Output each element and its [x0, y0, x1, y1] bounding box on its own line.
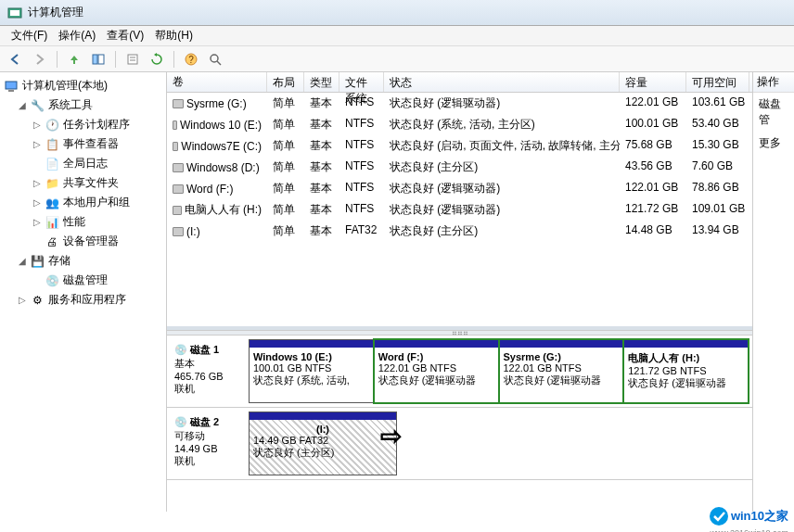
forward-button[interactable]: [30, 49, 50, 70]
svg-text:?: ?: [188, 55, 194, 65]
tree-shared-folders[interactable]: ▷📁共享文件夹: [30, 173, 166, 193]
storage-icon: 💾: [30, 254, 45, 269]
tree-panel: 计算机管理(本地) ◢🔧系统工具 ▷🕐任务计划程序 ▷📋事件查看器 📄全局日志 …: [0, 72, 167, 512]
svg-rect-12: [8, 90, 14, 92]
wrench-icon: 🔧: [30, 98, 45, 113]
svg-rect-4: [128, 55, 137, 64]
help-button[interactable]: ?: [181, 49, 201, 70]
svg-point-9: [211, 55, 218, 62]
tree-storage[interactable]: ◢💾存储: [15, 251, 166, 271]
col-capacity[interactable]: 容量: [620, 72, 686, 92]
tree-global-logs[interactable]: 📄全局日志: [30, 154, 166, 173]
event-icon: 📋: [45, 137, 59, 152]
perf-icon: 📊: [45, 215, 59, 230]
col-free[interactable]: 可用空间: [686, 72, 749, 92]
col-type[interactable]: 类型: [304, 72, 339, 92]
menu-action[interactable]: 操作(A): [53, 26, 101, 45]
svg-line-10: [217, 61, 221, 65]
tree-disk-management[interactable]: 💿磁盘管理: [30, 271, 166, 290]
actions-panel: 操作 磁盘管 更多: [753, 72, 794, 512]
show-hide-tree-button[interactable]: [88, 49, 109, 70]
tree-system-tools[interactable]: ◢🔧系统工具: [15, 95, 166, 115]
computer-icon: [4, 79, 19, 94]
menu-help[interactable]: 帮助(H): [149, 26, 198, 45]
app-icon: [7, 6, 22, 20]
search-button[interactable]: [205, 49, 225, 70]
up-button[interactable]: [64, 49, 84, 70]
svg-rect-2: [93, 55, 97, 64]
log-icon: 📄: [45, 157, 59, 171]
titlebar: 计算机管理: [0, 0, 794, 26]
volume-icon: [173, 120, 177, 130]
action-more[interactable]: 更多: [753, 132, 794, 155]
volume-row[interactable]: Sysrme (G:)简单基本NTFS状态良好 (逻辑驱动器)122.01 GB…: [167, 93, 752, 114]
volume-row[interactable]: Windows8 (D:)简单基本NTFS状态良好 (主分区)43.56 GB7…: [167, 157, 752, 178]
tree-performance[interactable]: ▷📊性能: [30, 212, 166, 232]
svg-rect-1: [10, 10, 19, 16]
disk-icon: 💿: [45, 273, 59, 288]
users-icon: 👥: [45, 196, 59, 210]
clock-icon: 🕐: [45, 118, 59, 133]
volume-row[interactable]: Word (F:)简单基本NTFS状态良好 (逻辑驱动器)122.01 GB78…: [167, 178, 752, 199]
tree-local-users[interactable]: ▷👥本地用户和组: [30, 193, 166, 212]
svg-point-13: [710, 507, 728, 526]
volume-icon: [173, 163, 184, 172]
device-icon: 🖨: [45, 234, 59, 249]
volume-row[interactable]: 电脑人人有 (H:)简单基本NTFS状态良好 (逻辑驱动器)121.72 GB1…: [167, 199, 752, 221]
partition[interactable]: Sysrme (G:)122.01 GB NTFS状态良好 (逻辑驱动器: [499, 339, 624, 403]
properties-button[interactable]: [122, 49, 143, 70]
tree-services[interactable]: ▷⚙服务和应用程序: [15, 290, 166, 310]
disk-graphics: 💿磁盘 1 基本 465.76 GB 联机 Windows 10 (E:)100…: [167, 336, 752, 512]
volume-icon: [173, 227, 184, 236]
svg-rect-3: [98, 55, 104, 64]
volume-icon: [173, 142, 178, 151]
partition[interactable]: Word (F:)122.01 GB NTFS状态良好 (逻辑驱动器: [374, 339, 499, 403]
volume-row[interactable]: Windows7E (C:)简单基本NTFS状态良好 (启动, 页面文件, 活动…: [167, 135, 752, 157]
window-title: 计算机管理: [28, 5, 83, 20]
disk-label-1[interactable]: 💿磁盘 1 基本 465.76 GB 联机: [171, 339, 247, 403]
back-button[interactable]: [6, 49, 26, 70]
folder-icon: 📁: [45, 176, 59, 191]
tree-event-viewer[interactable]: ▷📋事件查看器: [30, 134, 166, 154]
refresh-button[interactable]: [147, 49, 167, 70]
partition[interactable]: (I:)14.49 GB FAT32状态良好 (主分区): [249, 412, 397, 475]
tree-device-manager[interactable]: 🖨设备管理器: [30, 232, 166, 251]
partition[interactable]: Windows 10 (E:)100.01 GB NTFS状态良好 (系统, 活…: [249, 339, 374, 403]
toolbar: ?: [0, 46, 794, 72]
volume-row[interactable]: Windows 10 (E:)简单基本NTFS状态良好 (系统, 活动, 主分区…: [167, 114, 752, 135]
svg-rect-11: [6, 82, 17, 89]
center-panel: 卷 布局 类型 文件系统 状态 容量 可用空间 Sysrme (G:)简单基本N…: [167, 72, 753, 512]
col-fs[interactable]: 文件系统: [339, 72, 384, 92]
action-disk-mgmt[interactable]: 磁盘管: [753, 93, 794, 132]
volume-icon: [173, 206, 182, 215]
tree-root[interactable]: 计算机管理(本地): [0, 76, 166, 95]
volume-list: 卷 布局 类型 文件系统 状态 容量 可用空间 Sysrme (G:)简单基本N…: [167, 72, 752, 330]
actions-header: 操作: [753, 72, 794, 93]
volume-icon: [173, 184, 184, 194]
volume-row[interactable]: (I:)简单基本FAT32状态良好 (主分区)14.48 GB13.94 GB: [167, 221, 752, 242]
disk-icon: 💿: [174, 344, 187, 356]
volume-list-header: 卷 布局 类型 文件系统 状态 容量 可用空间: [167, 72, 752, 93]
volume-icon: [173, 99, 184, 108]
col-layout[interactable]: 布局: [267, 72, 304, 92]
menubar: 文件(F) 操作(A) 查看(V) 帮助(H): [0, 26, 794, 46]
disk-row-2: 💿磁盘 2 可移动 14.49 GB 联机 (I:)14.49 GB FAT32…: [167, 408, 752, 480]
col-volume[interactable]: 卷: [167, 72, 267, 92]
watermark: win10之家 www.2016win10.com: [709, 506, 788, 526]
col-status[interactable]: 状态: [384, 72, 620, 92]
menu-file[interactable]: 文件(F): [6, 26, 53, 45]
services-icon: ⚙: [30, 293, 45, 308]
disk-label-2[interactable]: 💿磁盘 2 可移动 14.49 GB 联机: [171, 412, 247, 475]
disk-row-1: 💿磁盘 1 基本 465.76 GB 联机 Windows 10 (E:)100…: [167, 336, 752, 408]
menu-view[interactable]: 查看(V): [101, 26, 149, 45]
disk-icon: 💿: [174, 416, 187, 428]
main-area: 计算机管理(本地) ◢🔧系统工具 ▷🕐任务计划程序 ▷📋事件查看器 📄全局日志 …: [0, 72, 794, 512]
tree-task-scheduler[interactable]: ▷🕐任务计划程序: [30, 115, 166, 134]
partition[interactable]: 电脑人人有 (H:)121.72 GB NTFS状态良好 (逻辑驱动器: [623, 339, 749, 403]
